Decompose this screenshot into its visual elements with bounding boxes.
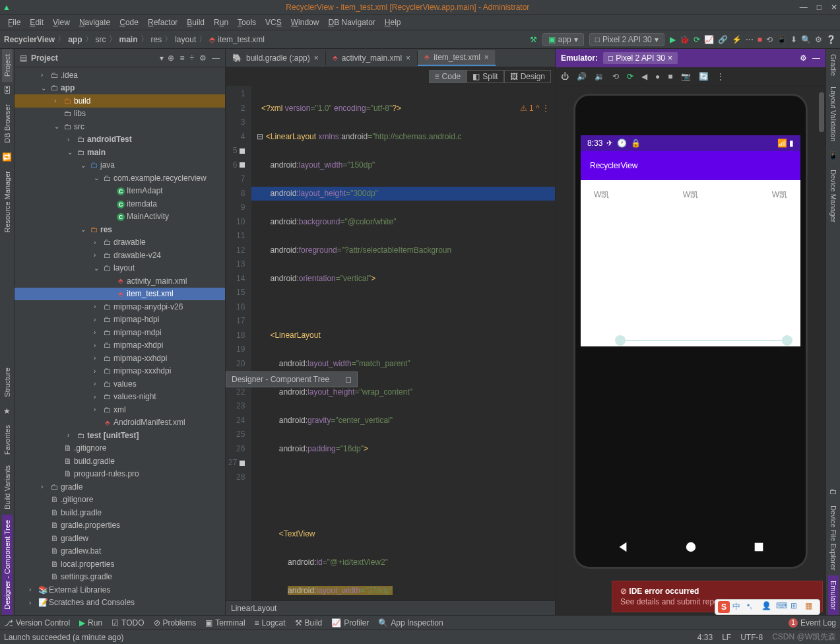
debug-icon[interactable]: 🐞 [680,35,690,44]
menu-code[interactable]: Code [115,16,143,28]
restore-icon[interactable]: ◻ [345,375,352,384]
tab-gradle[interactable]: Gradle [828,49,839,81]
code-editor[interactable]: 1 2 3 4 5 6 7 8 9 10 11 12 13 14 15 16 1… [226,86,555,600]
tab-designer-tree[interactable]: Designer - Component Tree [2,515,13,615]
device-combo[interactable]: □ Pixel 2 API 30 ▾ [589,33,664,46]
device-manager-icon[interactable]: 📱 [828,151,838,160]
help-icon[interactable]: ❔ [826,35,836,44]
avd-icon[interactable]: 📱 [777,35,787,44]
menu-view[interactable]: View [49,16,74,28]
tab-resource-manager[interactable]: Resource Manager [2,166,13,238]
caret-position[interactable]: 4:33 [697,633,713,642]
ime-sogou-icon[interactable]: S [718,601,730,613]
menu-help[interactable]: Help [381,16,405,28]
tab-activity-main[interactable]: ⬘activity_main.xml× [326,51,418,65]
volume-down-icon[interactable]: 🔉 [595,72,604,81]
ime-input-icon[interactable]: 👤 [761,601,773,613]
target-icon[interactable]: ⊕ [168,53,174,63]
tab-favorites[interactable]: Favorites [2,420,13,460]
tab-file-explorer[interactable]: Device File Explorer [828,500,839,575]
tab-app-inspection[interactable]: 🔍App Inspection [378,618,443,628]
profile-icon[interactable]: 📈 [704,35,714,44]
ime-apps-icon[interactable]: ▦ [805,601,817,613]
tab-profiler[interactable]: 📈Profiler [331,618,369,628]
device-file-explorer-icon[interactable]: 🗀 [829,487,837,496]
ime-punct-icon[interactable]: •, [747,601,759,613]
ime-lang-icon[interactable]: 中 [732,601,744,613]
tab-project[interactable]: Project [2,49,13,82]
ime-toolbar[interactable]: S 中 •, 👤 ⌨ ⊞ ▦ [715,599,820,615]
tab-event-log[interactable]: 1Event Log [789,618,836,628]
minimize-icon[interactable]: — [800,3,808,12]
volume-up-icon[interactable]: 🔊 [577,72,587,81]
sdk-icon[interactable]: ⬇ [791,35,797,44]
tab-build[interactable]: ⚒Build [295,618,323,628]
nav-overview-icon[interactable] [753,541,765,553]
ime-settings-icon[interactable]: ⊞ [791,601,802,613]
menu-refactor[interactable]: Refactor [144,16,181,28]
gear-icon[interactable]: ⚙ [199,53,207,63]
more-icon[interactable]: ⋮ [717,72,725,81]
nav-home-icon[interactable] [685,541,697,553]
tab-problems[interactable]: ⊘Problems [154,618,197,628]
coverage-icon[interactable]: ⟳ [694,35,700,44]
more-run-icon[interactable]: ⋯ [746,35,754,44]
nav-back-icon[interactable] [617,541,629,553]
mode-split[interactable]: ◧Split [467,70,503,83]
tab-db-browser[interactable]: DB Browser [2,99,13,148]
close-icon[interactable]: × [314,53,319,63]
hammer-icon[interactable]: ⚒ [530,35,537,44]
search-icon[interactable]: 🔍 [801,35,811,44]
rotate-right-icon[interactable]: ⟳ [627,72,633,81]
stop-icon[interactable]: ■ [758,35,762,44]
home-icon[interactable]: ● [655,72,660,81]
menu-build[interactable]: Build [183,16,209,28]
recycler-row[interactable]: W凯 W凯 W凯 [581,180,800,210]
zoom-icon[interactable]: 🔄 [699,72,709,81]
resource-manager-icon[interactable]: 🔁 [2,152,12,162]
tab-terminal[interactable]: ▣Terminal [205,618,245,628]
menu-dbnav[interactable]: DB Navigator [324,16,379,28]
menu-tools[interactable]: Tools [234,16,260,28]
tab-logcat[interactable]: ≡Logcat [255,618,286,628]
gear-icon[interactable]: ⚙ [800,53,807,63]
dropdown-icon[interactable]: ▾ [160,53,164,63]
tab-device-manager[interactable]: Device Manager [828,164,839,228]
tab-run[interactable]: ▶Run [79,618,102,628]
bolt-icon[interactable]: ⚡ [732,35,742,44]
overview-icon[interactable]: ■ [668,72,672,81]
line-separator[interactable]: LF [722,633,731,642]
component-tree-popup[interactable]: Designer - Component Tree ◻ [226,371,358,387]
scrollbar[interactable] [819,92,824,132]
menu-vcs[interactable]: VCS [261,16,286,28]
close-icon[interactable]: × [406,53,410,63]
screenshot-icon[interactable]: 📷 [681,72,691,81]
mode-code[interactable]: ≡Code [429,70,467,83]
tab-structure[interactable]: Structure [2,362,13,402]
hide-icon[interactable]: — [812,53,820,63]
collapse-icon[interactable]: ÷ [189,53,194,63]
power-icon[interactable]: ⏻ [561,72,569,81]
menu-file[interactable]: File [4,16,24,28]
attach-icon[interactable]: 🔗 [718,35,728,44]
close-icon[interactable]: × [484,53,489,62]
favorites-icon[interactable]: ★ [3,406,11,416]
menu-run[interactable]: Run [210,16,232,28]
menu-edit[interactable]: Edit [26,16,48,28]
mode-design[interactable]: 🖼Design [504,70,551,83]
encoding[interactable]: UTF-8 [740,633,763,642]
breadcrumb[interactable]: RecyclerView〉 app〉 src〉 main〉 res〉 layou… [4,34,265,45]
maximize-icon[interactable]: □ [817,3,822,12]
back-icon[interactable]: ◀ [641,72,647,81]
tab-item-test[interactable]: ⬘item_test.xml× [418,50,496,66]
run-config-combo[interactable]: ▣app ▾ [542,33,584,46]
sync-icon[interactable]: ⟲ [766,35,773,44]
close-icon[interactable]: × [668,53,672,63]
settings-icon[interactable]: ⚙ [815,35,822,44]
tab-build-gradle[interactable]: 🐘build.gradle (:app)× [226,51,326,65]
expand-icon[interactable]: ≡ [179,53,184,63]
ime-skin-icon[interactable]: ⌨ [776,601,788,613]
tab-version-control[interactable]: ⎇Version Control [4,618,70,628]
tab-todo[interactable]: ☑TODO [112,618,144,628]
db-browser-icon[interactable]: 🗄 [3,86,11,95]
